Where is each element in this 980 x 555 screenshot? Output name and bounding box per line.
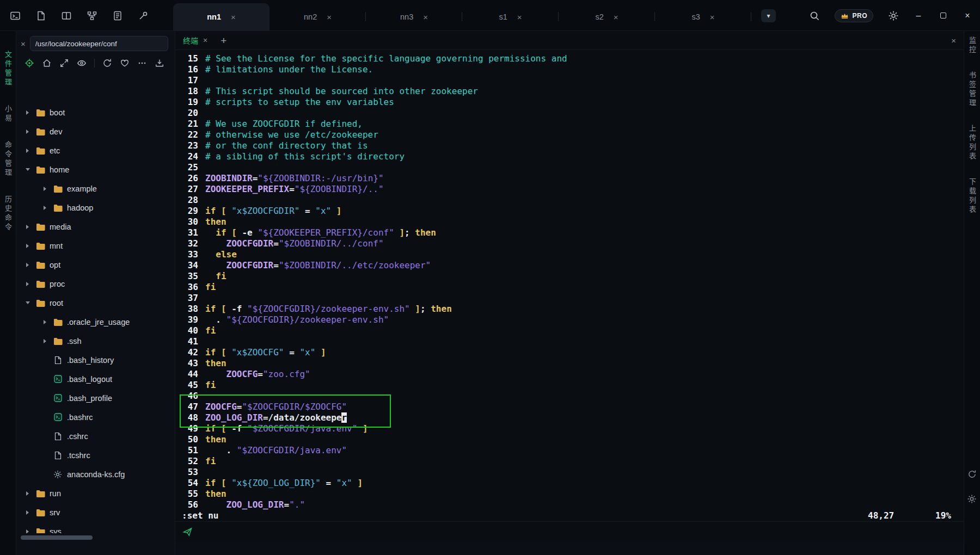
chevron-right-icon[interactable] [24,130,31,134]
tree-row[interactable]: media [16,217,175,236]
new-file-icon[interactable] [35,10,46,21]
workflow-icon[interactable] [87,10,97,21]
tree-row[interactable]: .bashrc [16,408,175,427]
expand-icon[interactable] [59,58,69,68]
horizontal-scrollbar[interactable] [21,535,93,540]
chevron-right-icon[interactable] [24,225,31,229]
chevron-right-icon[interactable] [24,263,31,267]
session-tab[interactable]: nn3× [366,3,462,30]
tree-row[interactable]: proc [16,274,175,293]
locate-icon[interactable] [24,58,34,68]
favorite-heart-icon[interactable] [120,58,130,68]
chevron-down-icon[interactable] [24,301,31,304]
folder-icon [35,261,45,269]
window-close-button[interactable]: × [963,11,972,21]
tab-close-icon[interactable]: × [327,13,332,22]
chevron-down-icon[interactable] [24,168,31,171]
terminal-tab[interactable]: 终端 × [183,35,207,46]
window-minimize-button[interactable]: – [914,11,923,21]
folder-icon [53,204,63,212]
right-strip-item[interactable]: 书签管理 [967,71,977,108]
document-list-icon[interactable] [112,10,123,21]
left-strip-item[interactable]: 历史命令 [3,195,13,232]
tree-row[interactable]: opt [16,255,175,274]
tree-row[interactable]: etc [16,141,175,160]
refresh-icon[interactable] [102,58,112,68]
tools-icon[interactable] [138,10,149,21]
right-strip-item[interactable]: 监控 [967,36,977,55]
tree-row[interactable]: home [16,160,175,179]
tab-list-dropdown-button[interactable]: ▾ [761,9,776,22]
tree-row[interactable]: .oracle_jre_usage [16,312,175,331]
chevron-right-icon[interactable] [24,529,31,534]
session-tab-bar: nn1×nn2×nn3×s1×s2×s3× [173,3,751,30]
chevron-right-icon[interactable] [41,320,48,324]
session-tab[interactable]: nn1× [173,3,270,30]
tab-close-icon[interactable]: × [517,13,522,22]
tree-row[interactable]: sys [16,522,175,533]
pro-badge[interactable]: PRO [835,9,873,22]
send-plane-icon[interactable] [182,527,193,537]
tree-row[interactable]: .cshrc [16,427,175,446]
terminal-body[interactable]: 15# See the License for the specific lan… [175,50,964,521]
left-strip-item[interactable]: 命令管理 [3,141,13,178]
tab-close-icon[interactable]: × [614,13,618,22]
chevron-right-icon[interactable] [24,110,31,115]
tree-row[interactable]: .bash_history [16,350,175,369]
tab-close-icon[interactable]: × [423,13,428,22]
tree-row[interactable]: .bash_profile [16,388,175,408]
tab-close-icon[interactable]: × [710,13,715,22]
code-line: 16# limitations under the License. [182,64,964,75]
session-tab[interactable]: s1× [462,3,559,30]
code-line: 40fi [182,325,964,336]
tab-close-icon[interactable]: × [231,13,236,22]
terminal-panel-close-icon[interactable]: × [951,36,956,45]
tree-row[interactable]: run [16,484,175,503]
tree-row[interactable]: srv [16,503,175,522]
vim-command-line: :set nu [182,510,218,521]
close-panel-icon[interactable]: × [21,40,26,48]
tree-row[interactable]: .tcshrc [16,446,175,465]
new-terminal-icon[interactable]: + [220,35,226,46]
session-tab[interactable]: s3× [655,3,751,30]
chevron-right-icon[interactable] [24,149,31,153]
preview-eye-icon[interactable] [77,58,87,68]
tree-row[interactable]: anaconda-ks.cfg [16,465,175,484]
line-number: 32 [182,238,198,249]
tree-row[interactable]: hadoop [16,198,175,217]
right-strip-item[interactable]: 上传列表 [967,125,977,162]
tree-row[interactable]: dev [16,122,175,141]
chevron-right-icon[interactable] [24,282,31,286]
session-tab[interactable]: nn2× [270,3,366,30]
left-strip-item[interactable]: 文件管理 [3,51,13,88]
split-layout-icon[interactable] [61,10,72,21]
terminal-tab-close-icon[interactable]: × [203,36,207,44]
sync-icon[interactable] [964,470,980,479]
settings-gear-icon-bottom[interactable] [964,494,980,504]
line-number: 46 [182,391,198,402]
tree-row[interactable]: mnt [16,236,175,255]
tree-row[interactable]: example [16,179,175,198]
chevron-right-icon[interactable] [41,187,48,191]
tree-row[interactable]: .ssh [16,331,175,350]
home-icon[interactable] [42,58,52,68]
settings-gear-icon[interactable] [888,10,899,21]
chevron-right-icon[interactable] [24,491,31,496]
path-input[interactable] [30,36,168,51]
more-ellipsis-icon[interactable] [137,58,147,68]
chevron-right-icon[interactable] [41,339,48,343]
chevron-right-icon[interactable] [24,510,31,515]
search-icon[interactable] [809,10,820,21]
tree-row-label: root [50,299,63,307]
terminal-icon[interactable] [10,10,21,21]
right-strip-item[interactable]: 下载列表 [967,178,977,215]
left-strip-item[interactable]: 小易 [3,105,13,124]
transfer-download-icon[interactable] [155,58,164,68]
tree-row[interactable]: root [16,293,175,312]
chevron-right-icon[interactable] [41,206,48,210]
session-tab[interactable]: s2× [559,3,655,30]
chevron-right-icon[interactable] [24,244,31,248]
window-maximize-button[interactable] [938,11,948,21]
tree-row[interactable]: .bash_logout [16,369,175,388]
tree-row[interactable]: boot [16,103,175,122]
